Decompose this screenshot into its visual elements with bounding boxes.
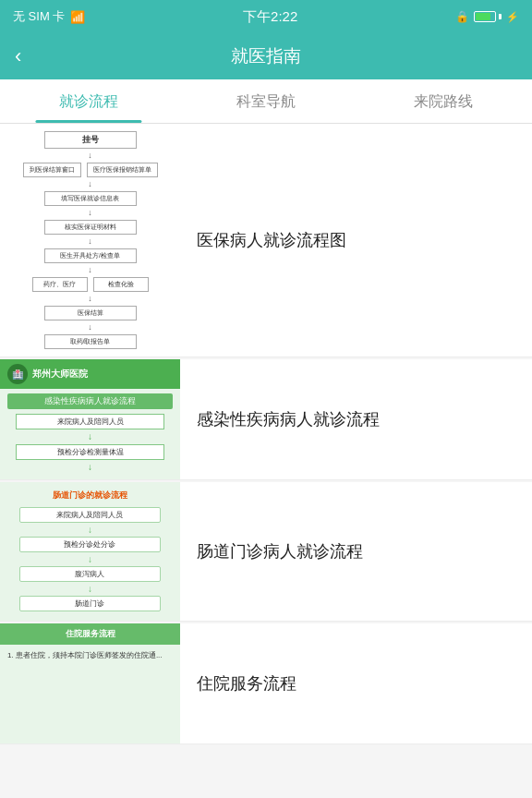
thumbnail-4: 住院服务流程 1. 患者住院，须持本院门诊医师签发的住院通... xyxy=(0,623,180,744)
page-title: 就医指南 xyxy=(231,44,301,68)
thumb4-body-text: 1. 患者住院，须持本院门诊医师签发的住院通... xyxy=(0,645,180,744)
tab-jiuzhen-liucheng[interactable]: 就诊流程 xyxy=(0,79,177,123)
thumb3-step4: 肠道门诊 xyxy=(19,596,160,611)
thumb4-header-text: 住院服务流程 xyxy=(0,623,180,645)
tab-laiyuan-luxian[interactable]: 来院路线 xyxy=(355,79,532,123)
battery-outline xyxy=(474,11,496,22)
item-title-3: 肠道门诊病人就诊流程 xyxy=(180,525,532,579)
thumb2-step2: 预检分诊检测量体温 xyxy=(16,444,164,460)
list-item[interactable]: 挂号 ↓ 到医保结算窗口 医疗医保报销结算单 ↓ 填写医保就诊信息表 ↓ 核实医… xyxy=(0,124,532,357)
tab-bar: 就诊流程 科室导航 来院路线 xyxy=(0,79,532,124)
list-item[interactable]: 住院服务流程 1. 患者住院，须持本院门诊医师签发的住院通... 住院服务流程 xyxy=(0,623,532,744)
item-title-1: 医保病人就诊流程图 xyxy=(180,213,532,268)
item-title-2: 感染性疾病病人就诊流程 xyxy=(180,393,532,447)
no-sim-label: 无 SIM 卡 xyxy=(13,8,65,25)
wifi-icon: 📶 xyxy=(70,10,85,24)
tab-keshi-daohang[interactable]: 科室导航 xyxy=(177,79,355,123)
item-title-4: 住院服务流程 xyxy=(180,657,532,711)
list-item[interactable]: 肠道门诊的就诊流程 来院病人及陪同人员 ↓ 预检分诊处分诊 ↓ 腹泻病人 ↓ 肠… xyxy=(0,482,532,622)
back-button[interactable]: ‹ xyxy=(15,46,21,66)
battery-tip xyxy=(499,14,502,19)
tab-label-3: 来院路线 xyxy=(414,92,473,112)
lock-icon: 🔒 xyxy=(455,10,469,23)
thumb3-step2: 预检分诊处分诊 xyxy=(19,537,160,552)
thumbnail-2: 🏥 郑州大师医院 感染性疾病病人就诊流程 来院病人及陪同人员 ↓ 预检分诊检测量… xyxy=(0,359,180,479)
content-area: 挂号 ↓ 到医保结算窗口 医疗医保报销结算单 ↓ 填写医保就诊信息表 ↓ 核实医… xyxy=(0,124,532,744)
thumbnail-1: 挂号 ↓ 到医保结算窗口 医疗医保报销结算单 ↓ 填写医保就诊信息表 ↓ 核实医… xyxy=(0,124,180,357)
status-time: 下午2:22 xyxy=(243,8,297,26)
battery-indicator xyxy=(474,11,502,22)
thumbnail-3: 肠道门诊的就诊流程 来院病人及陪同人员 ↓ 预检分诊处分诊 ↓ 腹泻病人 ↓ 肠… xyxy=(0,482,180,621)
nav-bar: ‹ 就医指南 xyxy=(0,33,532,79)
hospital-name: 郑州大师医院 xyxy=(32,368,88,381)
status-left: 无 SIM 卡 📶 xyxy=(13,8,85,25)
flow-box: 挂号 xyxy=(44,131,137,149)
hospital-logo: 🏥 xyxy=(7,364,28,384)
thumb2-title: 感染性疾病病人就诊流程 xyxy=(7,393,173,409)
tab-label-1: 就诊流程 xyxy=(59,92,118,112)
thumb3-header: 肠道门诊的就诊流程 xyxy=(7,490,173,502)
thumb2-step1: 来院病人及陪同人员 xyxy=(16,414,164,429)
thumb3-step1: 来院病人及陪同人员 xyxy=(19,507,160,523)
thumb3-step3: 腹泻病人 xyxy=(19,566,160,582)
battery-fill xyxy=(476,13,490,20)
lightning-icon: ⚡ xyxy=(506,11,519,23)
list-item[interactable]: 🏥 郑州大师医院 感染性疾病病人就诊流程 来院病人及陪同人员 ↓ 预检分诊检测量… xyxy=(0,359,532,480)
status-right: 🔒 ⚡ xyxy=(455,10,519,23)
tab-label-2: 科室导航 xyxy=(236,92,296,112)
status-bar: 无 SIM 卡 📶 下午2:22 🔒 ⚡ xyxy=(0,0,532,33)
